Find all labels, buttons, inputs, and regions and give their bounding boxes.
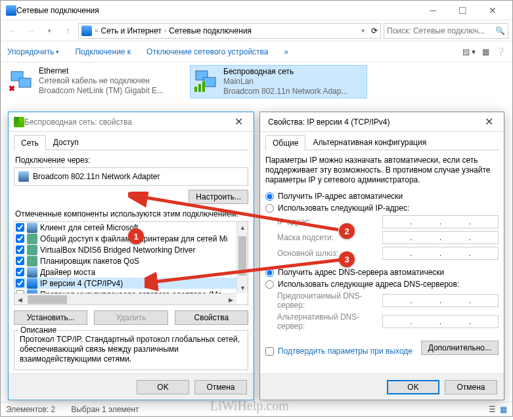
dns2-input: ... [382,315,499,328]
connection-wireless[interactable]: Беспроводная сеть MainLan Broadcom 802.1… [190,65,367,98]
scroll-left-icon[interactable]: ◀ [14,294,26,305]
validate-checkbox[interactable] [265,347,274,356]
chk-bridge[interactable] [16,268,24,276]
connect-to-button[interactable]: Подключение к [75,47,131,56]
search-icon: 🔍 [495,26,505,35]
chk-client[interactable] [16,223,24,232]
radio-auto-dns[interactable] [265,268,274,277]
ok-button[interactable]: OK [137,380,189,394]
tab-network[interactable]: Сеть [14,135,46,150]
list-item: Драйвер моста [40,268,95,277]
connection-ethernet[interactable]: ✖ Ethernet Сетевой кабель не подключен B… [6,65,183,98]
mask-input: ... [382,231,499,244]
disable-device-button[interactable]: Отключение сетевого устройства [146,47,268,56]
info-paragraph: Параметры IP можно назначать автоматичес… [265,156,499,185]
tab-access[interactable]: Доступ [46,135,86,150]
chk-qos[interactable] [16,257,24,265]
dns1-label: Предпочитаемый DNS-сервер: [277,291,382,310]
conn-status: Сетевой кабель не подключен [39,76,182,86]
description-label: Описание [18,326,58,335]
address-field[interactable]: « Сеть и Интернет › Сетевые подключения … [78,23,381,39]
install-button[interactable]: Установить... [14,310,87,325]
svg-text:✖: ✖ [9,84,15,93]
back-button[interactable]: ← [5,23,20,39]
connections-list: ✖ Ethernet Сетевой кабель не подключен B… [1,62,512,101]
client-icon [27,222,37,233]
cancel-button[interactable]: Отмена [194,380,247,394]
vertical-scrollbar[interactable]: ▲ ▼ [236,222,248,293]
dns2-label: Альтернативный DNS-сервер: [277,312,382,331]
list-item: Клиент для сетей Microsoft [40,223,139,232]
advanced-button[interactable]: Дополнительно... [421,341,499,355]
address-icon [81,26,92,36]
connect-via-label: Подключение через: [15,156,247,165]
radio-auto-ip[interactable] [265,192,274,201]
svg-rect-6 [198,84,201,92]
conn-name: Ethernet [39,66,182,76]
radio-manual-dns[interactable] [265,280,274,289]
ok-button[interactable]: OK [387,380,439,394]
organize-menu[interactable]: Упорядочить ▾ [7,47,59,56]
ip-label: IP-адрес: [277,217,382,226]
description-group: Описание Протокол TCP/IP. Стандартный пр… [14,330,248,370]
scroll-down-icon[interactable]: ▼ [237,282,248,293]
adapter-properties-dialog: Беспроводная сеть: свойства ✕ Сеть Досту… [8,112,254,400]
radio-label: Получить адрес DNS-сервера автоматически [278,268,444,277]
view-details-button[interactable]: ▦ [482,47,489,56]
chk-vbox[interactable] [16,245,24,254]
dns1-input: ... [382,294,499,307]
radio-label: Использовать следующий IP-адрес: [278,203,409,213]
cancel-button[interactable]: Отмена [445,380,497,394]
view-mode-details-icon[interactable]: ☰ [489,405,496,414]
properties-button[interactable]: Свойства [175,310,248,325]
dialog-title: Свойства: IP версии 4 (TCP/IPv4) [265,117,479,127]
svg-rect-5 [194,87,197,92]
dialog-title: Беспроводная сеть: свойства [24,117,229,127]
minimize-button[interactable]: ─ [418,1,448,20]
protocol-icon [27,278,37,289]
scroll-right-icon[interactable]: ▶ [225,294,236,305]
chk-share[interactable] [16,234,24,243]
tab-general[interactable]: Общие [265,135,305,150]
close-icon[interactable]: ✕ [229,116,248,128]
close-icon[interactable]: ✕ [479,116,499,128]
window-title: Сетевые подключения [16,6,418,15]
tab-alternate[interactable]: Альтернативная конфигурация [305,135,434,150]
adapter-name-box: Broadcom 802.11n Network Adapter [14,167,248,186]
list-item: IP версии 4 (TCP/IPv4) [40,279,123,288]
ethernet-icon: ✖ [7,66,35,94]
annotation-badge-1: 1 [128,228,144,244]
description-text: Протокол TCP/IP. Стандартный протокол гл… [20,335,242,364]
scroll-thumb[interactable] [238,236,246,276]
view-mode-icons-icon[interactable]: ▦ [500,405,507,414]
components-label: Отмеченные компоненты используются этим … [15,209,247,219]
close-button[interactable]: ✕ [478,1,507,20]
horizontal-scrollbar[interactable]: ◀ ▶ [14,293,236,304]
maximize-button[interactable]: ☐ [448,1,478,20]
conn-device: Broadcom NetLink (TM) Gigabit E... [39,86,177,96]
help-button[interactable]: ❔ [496,47,506,56]
scroll-thumb[interactable] [28,295,67,304]
titlebar: Сетевые подключения ─ ☐ ✕ [1,1,512,20]
ip-input: ... [382,215,499,228]
gateway-input: ... [382,247,499,260]
statusbar: Элементов: 2 Выбран 1 элемент ☰ ▦ [1,402,512,416]
scroll-up-icon[interactable]: ▲ [237,222,248,233]
radio-manual-ip[interactable] [265,204,274,213]
configure-button[interactable]: Настроить... [189,190,248,204]
up-button[interactable]: ↑ [60,23,76,39]
adapter-icon [18,171,29,182]
conn-device: Broadcom 802.11n Network Adap... [223,87,361,96]
app-icon [6,5,16,16]
search-input[interactable]: Поиск: Сетевые подключ... 🔍 [384,23,508,39]
tabs: Общие Альтернативная конфигурация [265,135,499,150]
breadcrumb-2[interactable]: Сетевые подключения [169,26,252,35]
driver-icon [27,267,37,278]
forward-button[interactable]: → [23,23,39,39]
recent-button[interactable]: ▾ [41,23,57,39]
breadcrumb-1[interactable]: Сеть и Интернет [101,26,162,35]
wireless-icon [192,67,219,94]
more-button[interactable]: » [284,47,289,56]
view-icons-button[interactable]: ▤ ▾ [462,47,476,56]
chk-ipv4[interactable] [16,279,24,287]
